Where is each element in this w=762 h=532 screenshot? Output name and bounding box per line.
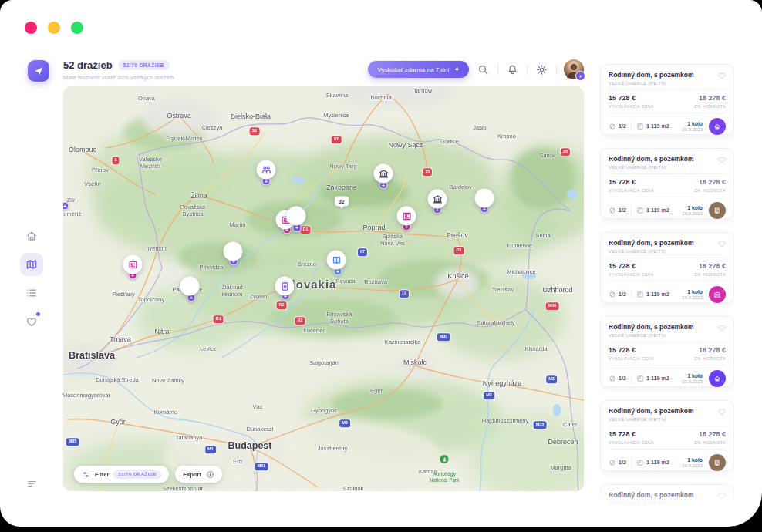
- trial-button[interactable]: Vyskúšať zdarma na 7 dní ✦: [368, 61, 469, 78]
- property-marker[interactable]: [123, 255, 143, 274]
- favorite-button[interactable]: [717, 323, 727, 332]
- road-shield: M1: [205, 446, 216, 453]
- search-button[interactable]: [476, 62, 491, 77]
- sidebar-item[interactable]: [20, 224, 43, 247]
- heart-icon: [717, 239, 727, 248]
- starting-price-label: VYVOLÁVACIA CENA: [609, 356, 654, 361]
- road-shield: R1: [213, 315, 223, 323]
- auction-date: 29.8.2023: [682, 295, 703, 300]
- sidebar-item-icon: [25, 258, 38, 271]
- listing-footer: 1/2 1 119 m2 1 kolo 29.8.2023: [609, 370, 726, 387]
- listing-card[interactable]: Rodinný dom, s pozemkom VEĽKÉ UHERCE (PE…: [600, 400, 734, 471]
- price-row: 15 728 € VYVOLÁVACIA CENA 18 278 € ZN. H…: [609, 178, 726, 193]
- listing-card[interactable]: Rodinný dom, s pozemkom VEĽKÉ UHERCE (PE…: [600, 232, 734, 303]
- filter-button[interactable]: Filter 52/70 DRAŽIEB: [74, 466, 169, 483]
- road-shield: D1: [300, 226, 310, 234]
- starting-price: 15 728 €: [609, 178, 654, 186]
- property-marker[interactable]: [257, 160, 276, 180]
- favorite-button[interactable]: [717, 491, 727, 500]
- sliders-icon: [82, 470, 90, 479]
- land-area: 1 119 m2: [636, 207, 669, 214]
- favorite-button[interactable]: [717, 71, 727, 80]
- round-info: 1 kolo 29.8.2023: [682, 205, 703, 216]
- listings-panel[interactable]: Rodinný dom, s pozemkom VEĽKÉ UHERCE (PE…: [600, 64, 734, 507]
- road-shield: D1: [453, 247, 464, 254]
- divider: [609, 89, 726, 90]
- window-control-dot[interactable]: [25, 22, 37, 34]
- divider: [609, 426, 726, 426]
- property-marker[interactable]: [180, 277, 200, 296]
- property-type-button[interactable]: [709, 286, 726, 303]
- favorite-button[interactable]: [717, 155, 727, 164]
- round-info: 1 kolo 29.8.2023: [682, 373, 703, 384]
- property-type-button[interactable]: [709, 370, 726, 387]
- user-avatar[interactable]: ✦: [564, 59, 584, 79]
- notifications-button[interactable]: [505, 62, 520, 77]
- app-window: 52 dražieb 52/70 DRAŽIEB Máte možnosť vi…: [0, 0, 762, 527]
- elevation-bubble: 32: [335, 197, 349, 207]
- send-arrow-icon: [33, 66, 44, 76]
- divider: [609, 449, 726, 450]
- heart-icon: [717, 323, 727, 332]
- property-marker[interactable]: [475, 189, 494, 208]
- divider: [631, 458, 632, 467]
- property-marker[interactable]: [397, 207, 416, 226]
- auction-date: 29.8.2023: [682, 379, 703, 384]
- starting-price-label: VYVOLÁVACIA CENA: [609, 440, 654, 445]
- road-shield: M30: [437, 333, 450, 341]
- starting-price-label: VYVOLÁVACIA CENA: [609, 272, 654, 277]
- sidebar-item[interactable]: [20, 310, 43, 333]
- sidebar-collapse-button[interactable]: [0, 478, 63, 490]
- app-logo[interactable]: [28, 60, 49, 82]
- road-shield: 1: [112, 157, 119, 164]
- divider: [631, 122, 632, 131]
- auction-date: 29.8.2023: [682, 127, 703, 132]
- auction-map[interactable]: OpavaOstravaBielsko-BiałaCieszynFrýdek-M…: [63, 86, 584, 491]
- divider: [609, 197, 726, 197]
- sidebar-item[interactable]: [20, 281, 43, 305]
- ownership-share: 1/2: [609, 123, 626, 130]
- divider: [609, 113, 726, 113]
- area-icon: [636, 459, 644, 466]
- listing-location: VEĽKÉ UHERCE (PE/TN): [609, 417, 726, 422]
- property-type-button[interactable]: [709, 454, 726, 471]
- share-icon: [609, 207, 616, 214]
- property-marker-icon: [291, 210, 302, 221]
- listing-footer: 1/2 1 119 m2 1 kolo 29.8.2023: [609, 286, 726, 303]
- road-shield: 14: [400, 290, 409, 298]
- listing-card[interactable]: Rodinný dom, s pozemkom VEĽKÉ UHERCE (PE…: [600, 64, 734, 135]
- window-control-dot[interactable]: [71, 22, 83, 34]
- land-area: 1 119 m2: [636, 375, 669, 382]
- price-row: 15 728 € VYVOLÁVACIA CENA 18 278 € ZN. H…: [609, 94, 726, 109]
- settings-button[interactable]: [534, 62, 549, 77]
- listing-card[interactable]: Rodinný dom, s pozemkom VEĽKÉ UHERCE (PE…: [600, 316, 734, 387]
- road-shield: 28: [561, 148, 570, 156]
- property-marker[interactable]: [287, 207, 306, 226]
- listing-location: VEĽKÉ UHERCE (PE/TN): [609, 333, 726, 338]
- export-button[interactable]: Export: [175, 466, 222, 483]
- divider: [609, 258, 726, 258]
- favorite-button[interactable]: [717, 239, 727, 248]
- starting-price-label: VYVOLÁVACIA CENA: [609, 188, 654, 193]
- property-marker[interactable]: [327, 251, 346, 270]
- listing-card[interactable]: Rodinný dom, s pozemkom VEĽKÉ UHERCE (PE…: [600, 148, 734, 219]
- property-marker[interactable]: [224, 242, 243, 261]
- area-icon: [636, 375, 644, 382]
- page-subtitle: Máte možnosť vidieť 80% všetkých dražieb: [63, 74, 174, 81]
- property-marker[interactable]: [428, 190, 447, 209]
- property-type-button[interactable]: [709, 118, 726, 135]
- price-row: 15 728 € VYVOLÁVACIA CENA 18 278 € ZN. H…: [609, 262, 726, 277]
- price-row: 15 728 € VYVOLÁVACIA CENA 18 278 € ZN. H…: [609, 430, 726, 445]
- listing-card[interactable]: Rodinný dom, s pozemkom VEĽKÉ UHERCE (PE…: [600, 484, 734, 507]
- divider: [527, 65, 528, 75]
- property-marker-icon: [331, 254, 342, 265]
- property-marker[interactable]: [275, 277, 295, 296]
- window-control-dot[interactable]: [48, 22, 60, 34]
- sidebar-item-icon: [25, 230, 38, 242]
- property-type-button[interactable]: [709, 202, 726, 219]
- favorite-button[interactable]: [717, 407, 727, 416]
- listing-location: VEĽKÉ UHERCE (PE/TN): [609, 165, 726, 170]
- listing-title: Rodinný dom, s pozemkom: [609, 71, 726, 79]
- sidebar-item[interactable]: [20, 253, 43, 276]
- property-marker[interactable]: [374, 164, 393, 184]
